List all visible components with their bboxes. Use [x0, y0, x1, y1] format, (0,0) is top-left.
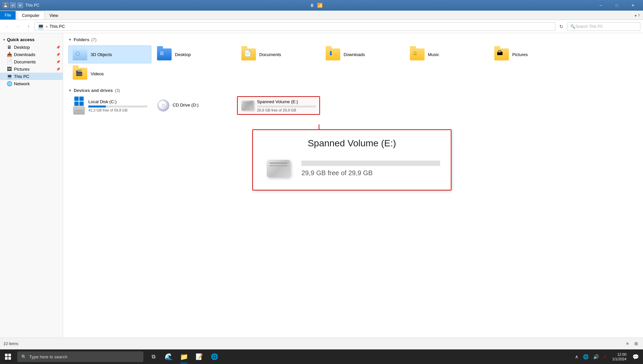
notifications-icon[interactable]: 💬	[631, 353, 640, 361]
folder-pictures-icon: 🏔	[494, 48, 510, 61]
tab-view[interactable]: View	[44, 11, 63, 20]
sidebar-item-desktop[interactable]: 🖥 Desktop 📌	[0, 43, 63, 51]
refresh-button[interactable]: ↻	[557, 22, 566, 31]
drive-e-bar-fill	[257, 106, 316, 108]
folder-item-3dobjects[interactable]: ⬡ 3D Objects	[68, 45, 151, 63]
drive-e-info: Spanned Volume (E:) 29,9 GB free of 29,9…	[257, 99, 316, 112]
folders-section-header: ▼ Folders (7)	[68, 37, 638, 42]
drives-count: (3)	[115, 88, 120, 93]
spanned-volume-tooltip: Spanned Volume (E:) 29,9 GB free of 29,9…	[252, 129, 451, 190]
taskbar: 🔍 Type here to search ⧉ 🌊 📁 📝 🌐 ∧ 🌐 🔊 ✕ …	[0, 349, 643, 364]
minimize-button[interactable]: ─	[593, 0, 608, 11]
title-bar: 💾 ↩ ▾ This PC ⏸ 📶 ─ □ ✕	[0, 0, 643, 11]
taskbar-search-box[interactable]: 🔍 Type here to search	[17, 351, 143, 362]
forward-button[interactable]: →	[13, 22, 23, 31]
folder-item-music[interactable]: ♫ Music	[406, 45, 489, 63]
tooltip-title: Spanned Volume (E:)	[264, 138, 440, 149]
maximize-button[interactable]: □	[609, 0, 624, 11]
tiles-view-button[interactable]: ⊞	[632, 340, 640, 347]
sidebar-item-downloads[interactable]: 📥 Downloads 📌	[0, 51, 63, 58]
sidebar-item-pictures[interactable]: 🖼 Pictures 📌	[0, 65, 63, 73]
folder-item-downloads[interactable]: ⬇ Downloads	[321, 45, 404, 63]
search-placeholder: Search This PC	[575, 24, 603, 29]
network-icon: 🌐	[7, 81, 12, 86]
save-icon[interactable]: 💾	[3, 2, 9, 8]
expand-tray-icon[interactable]: ∧	[574, 353, 580, 360]
folder-item-documents[interactable]: 📄 Documents	[237, 45, 320, 63]
volume-tray-icon[interactable]: 🔊	[592, 353, 600, 360]
folder-downloads-label: Downloads	[344, 52, 365, 57]
folder-downloads-icon: ⬇	[325, 48, 341, 61]
folder-desktop-label: Desktop	[175, 52, 191, 57]
start-button[interactable]	[0, 349, 16, 364]
sidebar-desktop-label: Desktop	[14, 45, 30, 50]
ribbon-tabs: File Computer View ▾ ?	[0, 11, 643, 20]
tab-computer[interactable]: Computer	[17, 11, 44, 20]
qa-dropdown[interactable]: ▾	[17, 2, 23, 8]
breadcrumb-arrow: ›	[46, 24, 47, 29]
folder-pictures-label: Pictures	[512, 52, 528, 57]
item-count: 10 items	[3, 341, 18, 346]
title-bar-left: 💾 ↩ ▾ This PC	[3, 2, 40, 8]
center-icons: ⏸ 📶	[310, 3, 323, 8]
quick-access-label: Quick access	[7, 37, 35, 42]
quick-access-toolbar: 💾 ↩ ▾	[3, 2, 23, 8]
volume-x-icon[interactable]: ✕	[602, 354, 607, 359]
pin-icon: 📌	[56, 53, 60, 56]
search-box[interactable]: 🔍 Search This PC	[567, 22, 640, 31]
network-tray-icon[interactable]: 🌐	[582, 353, 590, 360]
taskbar-search-placeholder: Type here to search	[29, 354, 67, 359]
drive-c-bar	[88, 106, 147, 108]
taskbar-system-tray: ∧ 🌐 🔊 ✕ 12:00 1/1/2024 💬	[574, 352, 643, 362]
folder-desktop-icon: 🖥	[156, 48, 172, 61]
store-icon[interactable]: 📝	[192, 349, 206, 364]
folder-item-desktop[interactable]: 🖥 Desktop	[153, 45, 236, 63]
address-bar: ← → ↑ 💻 › This PC ↻ 🔍 Search This PC	[0, 20, 643, 33]
tab-file[interactable]: File	[0, 11, 16, 20]
folders-label: Folders	[74, 37, 89, 42]
details-view-button[interactable]: ≡	[624, 340, 631, 347]
spanned-hdd-shape	[267, 160, 290, 177]
sidebar-item-network[interactable]: 🌐 Network	[0, 80, 63, 87]
sidebar-pictures-label: Pictures	[14, 67, 30, 72]
quick-access-header[interactable]: ▼ Quick access	[0, 36, 63, 43]
address-path[interactable]: 💻 › This PC	[35, 22, 555, 31]
drive-e-size: 29,9 GB free of 29,9 GB	[257, 108, 316, 112]
folders-grid: ⬡ 3D Objects 🖥 Desktop	[68, 45, 638, 83]
drives-chevron-icon[interactable]: ▼	[68, 89, 72, 92]
folder-videos-icon: 🎬	[72, 67, 88, 80]
back-button[interactable]: ←	[3, 22, 12, 31]
drive-item-c[interactable]: Local Disk (C:) 41,3 GB free of 59,8 GB	[68, 96, 151, 115]
close-button[interactable]: ✕	[625, 0, 640, 11]
sidebar-item-this-pc[interactable]: 💻 This PC	[0, 73, 63, 80]
sidebar-network-label: Network	[14, 81, 30, 86]
drive-c-icon	[72, 99, 86, 112]
folder-item-pictures[interactable]: 🏔 Pictures	[490, 45, 573, 63]
drive-d-name: CD Drive (D:)	[173, 103, 232, 108]
drive-e-icon	[241, 99, 254, 112]
pc-icon: 💻	[38, 23, 44, 30]
taskbar-clock[interactable]: 12:00 1/1/2024	[609, 352, 629, 362]
drive-c-size: 41,3 GB free of 59,8 GB	[88, 108, 147, 112]
file-explorer-icon[interactable]: 📁	[177, 349, 191, 364]
tooltip-bar-fill	[301, 161, 440, 166]
folder-3dobjects-icon: ⬡	[72, 48, 88, 61]
undo-icon[interactable]: ↩	[10, 2, 16, 8]
up-button[interactable]: ↑	[24, 22, 33, 31]
task-view-button[interactable]: ⧉	[146, 349, 161, 364]
sidebar-item-documents[interactable]: 📄 Documents 📌	[0, 58, 63, 65]
folders-count: (7)	[91, 37, 97, 42]
edge-icon[interactable]: 🌊	[161, 349, 176, 364]
clock-time: 12:00	[612, 352, 626, 357]
drives-section-header: ▼ Devices and drives (3)	[68, 88, 638, 93]
other-app-icon[interactable]: 🌐	[207, 349, 222, 364]
folder-item-videos[interactable]: 🎬 Videos	[68, 65, 151, 83]
sidebar-this-pc-label: This PC	[14, 74, 29, 79]
drive-item-e[interactable]: Spanned Volume (E:) 29,9 GB free of 29,9…	[237, 96, 320, 115]
folder-documents-icon: 📄	[241, 48, 257, 61]
tooltip-content: 29,9 GB free of 29,9 GB	[264, 155, 440, 182]
chevron-down-icon[interactable]: ▼	[68, 38, 72, 41]
drive-item-d[interactable]: CD Drive (D:)	[153, 96, 236, 115]
ribbon-expand-button[interactable]: ▾ ?	[631, 12, 643, 20]
tooltip-drive-icon	[264, 155, 293, 182]
